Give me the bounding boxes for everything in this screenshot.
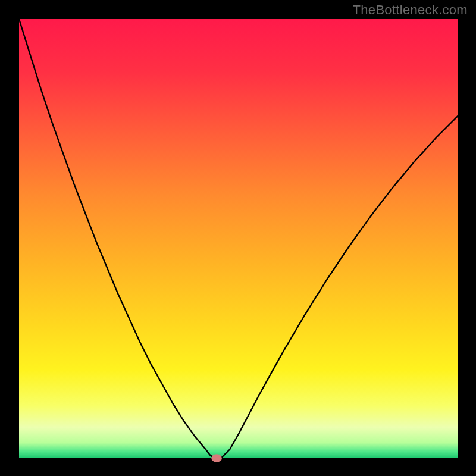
plot-background [19, 19, 458, 458]
bottleneck-chart [0, 0, 476, 476]
watermark-text: TheBottleneck.com [353, 2, 468, 18]
optimal-point-marker [211, 454, 222, 462]
